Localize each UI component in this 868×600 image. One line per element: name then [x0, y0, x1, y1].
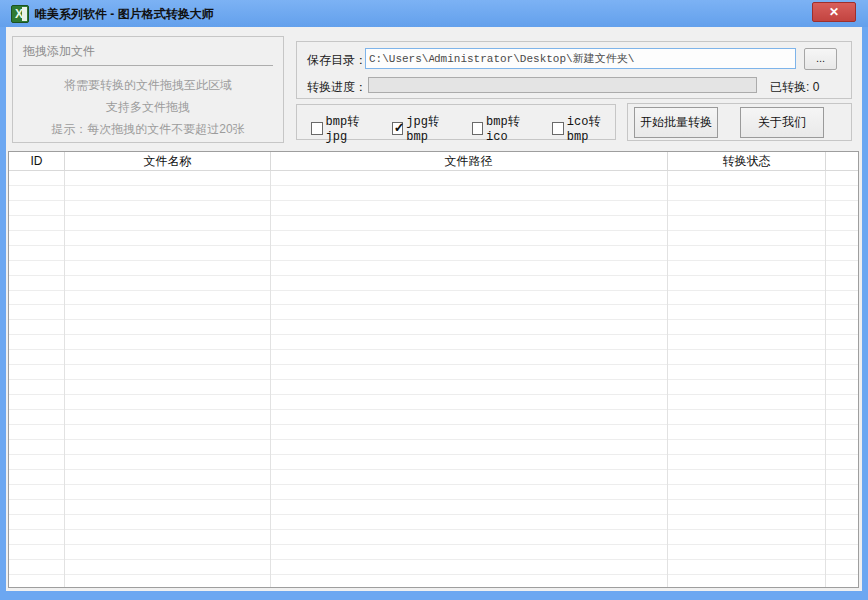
table-column [668, 171, 826, 587]
checkbox-label: bmp转jpg [326, 113, 374, 144]
checkbox-label: ico转bmp [567, 113, 615, 144]
drop-zone-divider [19, 65, 273, 66]
checkbox-checked-icon[interactable] [392, 122, 404, 135]
start-batch-convert-button[interactable]: 开始批量转换 [634, 107, 718, 138]
save-dir-label: 保存目录： [307, 52, 367, 69]
file-table: ID文件名称文件路径转换状态 [8, 151, 859, 588]
checkbox-bmp转jpg[interactable]: bmp转jpg [311, 113, 374, 144]
column-header-spacer[interactable] [826, 152, 858, 170]
table-column [65, 171, 271, 587]
checkbox-unchecked-icon[interactable] [311, 122, 323, 135]
app-window: X 唯美系列软件 - 图片格式转换大师 ✕ 拖拽添加文件 将需要转换的文件拖拽至… [0, 0, 868, 600]
column-header-文件路径[interactable]: 文件路径 [271, 152, 668, 170]
conversion-options-group: bmp转jpgjpg转bmpbmp转icoico转bmp [296, 104, 616, 140]
window-border-left [0, 27, 6, 600]
column-header-转换状态[interactable]: 转换状态 [668, 152, 826, 170]
title-bar[interactable]: X 唯美系列软件 - 图片格式转换大师 ✕ [0, 0, 868, 27]
drop-zone-hint-1: 将需要转换的文件拖拽至此区域 [13, 77, 283, 94]
checkbox-label: bmp转ico [486, 113, 534, 144]
progress-bar [368, 77, 757, 93]
table-column [826, 171, 858, 587]
table-column [271, 171, 668, 587]
file-table-body[interactable] [9, 171, 858, 587]
converted-label: 已转换: [770, 80, 809, 94]
column-header-文件名称[interactable]: 文件名称 [65, 152, 271, 170]
file-table-header: ID文件名称文件路径转换状态 [9, 152, 858, 171]
about-us-button[interactable]: 关于我们 [740, 107, 824, 138]
converted-count: 已转换: 0 [770, 79, 819, 96]
app-icon: X [11, 5, 29, 23]
converted-value: 0 [813, 80, 820, 94]
browse-button[interactable]: ... [804, 48, 837, 70]
table-column [9, 171, 65, 587]
drop-zone-hint-2: 支持多文件拖拽 [13, 99, 283, 116]
actions-group: 开始批量转换 关于我们 [627, 103, 852, 141]
checkbox-jpg转bmp[interactable]: jpg转bmp [392, 113, 454, 144]
window-title: 唯美系列软件 - 图片格式转换大师 [35, 6, 214, 23]
checkbox-row: bmp转jpgjpg转bmpbmp转icoico转bmp [311, 113, 615, 144]
checkbox-bmp转ico[interactable]: bmp转ico [472, 113, 535, 144]
save-progress-group: 保存目录： ... 转换进度： 已转换: 0 [296, 41, 852, 99]
column-header-ID[interactable]: ID [9, 152, 65, 170]
close-button[interactable]: ✕ [812, 2, 856, 22]
save-dir-input[interactable] [365, 48, 796, 69]
checkbox-unchecked-icon[interactable] [472, 122, 484, 135]
window-border-right [862, 27, 868, 600]
drop-zone-title: 拖拽添加文件 [23, 43, 95, 60]
drop-zone-hint-3: 提示：每次拖拽的文件不要超过20张 [13, 121, 283, 138]
window-border-bottom [0, 591, 868, 600]
checkbox-label: jpg转bmp [406, 113, 453, 144]
checkbox-unchecked-icon[interactable] [552, 122, 564, 135]
drop-zone[interactable]: 拖拽添加文件 将需要转换的文件拖拽至此区域 支持多文件拖拽 提示：每次拖拽的文件… [12, 36, 284, 143]
checkbox-ico转bmp[interactable]: ico转bmp [552, 113, 615, 144]
progress-label: 转换进度： [307, 79, 367, 96]
